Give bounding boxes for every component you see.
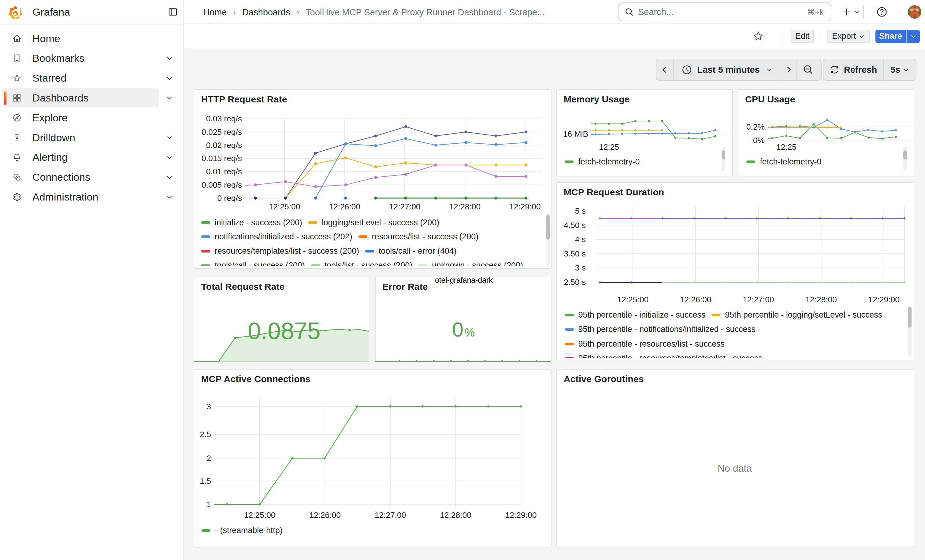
svg-text:0.005 req/s: 0.005 req/s	[202, 180, 242, 189]
svg-text:12:27:00: 12:27:00	[375, 510, 406, 519]
svg-text:0.01 req/s: 0.01 req/s	[206, 167, 242, 176]
svg-text:12:26:00: 12:26:00	[310, 510, 341, 519]
svg-text:0.0875: 0.0875	[248, 317, 321, 344]
svg-text:12:26:00: 12:26:00	[329, 202, 361, 211]
svg-text:2.5: 2.5	[200, 430, 211, 439]
svg-text:0.025 req/s: 0.025 req/s	[202, 127, 242, 136]
svg-text:0.02 req/s: 0.02 req/s	[206, 141, 242, 150]
svg-text:4 s: 4 s	[575, 235, 586, 244]
svg-text:0.03 req/s: 0.03 req/s	[206, 114, 242, 123]
svg-text:3: 3	[207, 402, 211, 411]
svg-text:12:27:00: 12:27:00	[389, 202, 420, 211]
svg-text:0 req/s: 0 req/s	[217, 194, 242, 203]
svg-text:12:25:00: 12:25:00	[269, 202, 300, 211]
svg-text:0%: 0%	[452, 318, 475, 341]
svg-text:12:25: 12:25	[599, 143, 619, 152]
svg-text:12:28:00: 12:28:00	[449, 202, 481, 211]
svg-text:0%: 0%	[753, 135, 765, 144]
svg-text:12:26:00: 12:26:00	[680, 295, 711, 304]
svg-text:12:25: 12:25	[776, 143, 797, 152]
svg-text:16 MiB: 16 MiB	[563, 129, 588, 138]
svg-text:3 s: 3 s	[575, 263, 586, 272]
svg-text:1.5: 1.5	[200, 477, 211, 486]
svg-text:12:29:00: 12:29:00	[509, 202, 541, 211]
svg-text:2.50 s: 2.50 s	[564, 278, 586, 287]
svg-text:12:25:00: 12:25:00	[244, 510, 276, 519]
svg-text:3.50 s: 3.50 s	[564, 249, 586, 258]
svg-text:1: 1	[207, 500, 211, 509]
svg-text:2: 2	[207, 453, 211, 463]
svg-text:0.015 req/s: 0.015 req/s	[202, 154, 242, 163]
svg-text:0.2%: 0.2%	[746, 122, 765, 131]
svg-text:12:29:00: 12:29:00	[868, 295, 899, 304]
svg-text:5 s: 5 s	[575, 206, 586, 216]
svg-text:12:27:00: 12:27:00	[743, 295, 774, 304]
svg-text:12:25:00: 12:25:00	[617, 295, 648, 304]
svg-text:12:28:00: 12:28:00	[805, 295, 837, 304]
svg-text:4.50 s: 4.50 s	[564, 221, 586, 230]
svg-text:12:29:00: 12:29:00	[505, 510, 537, 519]
svg-text:12:28:00: 12:28:00	[440, 510, 472, 519]
